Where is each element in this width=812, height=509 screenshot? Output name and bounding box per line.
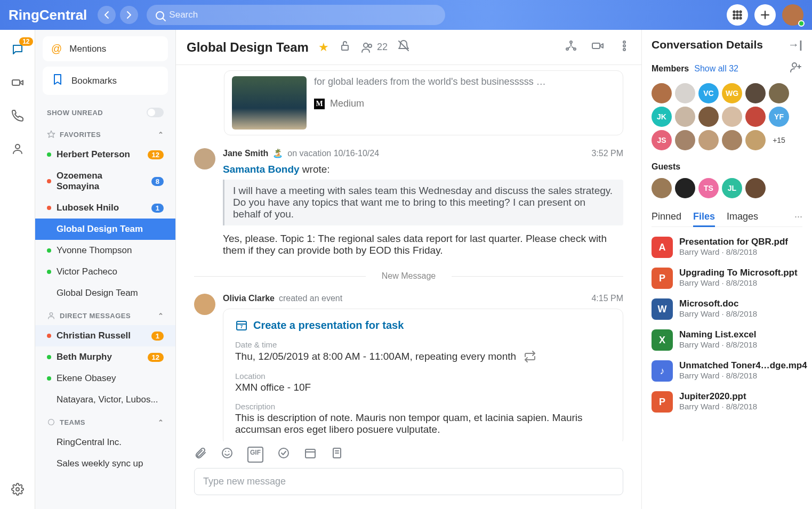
mute-icon[interactable] bbox=[397, 39, 410, 55]
more-menu-icon[interactable] bbox=[618, 39, 631, 55]
conversation-item[interactable]: Lubosek Hnilo1 bbox=[35, 197, 175, 219]
nav-video[interactable] bbox=[9, 74, 27, 92]
tab-files[interactable]: Files bbox=[693, 211, 715, 227]
nav-phone[interactable] bbox=[9, 107, 27, 125]
unread-toggle[interactable] bbox=[147, 108, 164, 117]
nav-back-button[interactable] bbox=[98, 6, 116, 24]
svg-point-3 bbox=[736, 11, 738, 12]
member-avatar[interactable]: TS bbox=[698, 178, 719, 198]
sender-name[interactable]: Jane Smith bbox=[223, 149, 268, 158]
conversation-item[interactable]: Victor Pacheco bbox=[35, 261, 175, 282]
nav-messages[interactable]: 12 bbox=[9, 41, 27, 59]
member-avatar[interactable]: JS bbox=[652, 130, 672, 150]
member-avatar[interactable] bbox=[652, 83, 672, 103]
dialpad-button[interactable] bbox=[727, 4, 748, 26]
svg-text:7: 7 bbox=[240, 324, 243, 329]
conversation-item[interactable]: Natayara, Victor, Lubos... bbox=[35, 389, 175, 410]
member-avatar[interactable] bbox=[745, 83, 766, 103]
nav-settings[interactable] bbox=[9, 480, 27, 498]
member-avatar[interactable]: YF bbox=[769, 107, 789, 127]
show-all-link[interactable]: Show all 32 bbox=[694, 64, 738, 74]
file-item[interactable]: PUpgrading To Microsoft.pptBarry Ward · … bbox=[652, 268, 802, 289]
tabs-more-icon[interactable]: ··· bbox=[794, 211, 802, 223]
member-avatar[interactable] bbox=[745, 130, 766, 150]
tab-pinned[interactable]: Pinned bbox=[652, 211, 681, 223]
direct-header[interactable]: DIRECT MESSAGES⌃ bbox=[35, 304, 175, 325]
file-item[interactable]: APresentation for QBR.pdfBarry Ward · 8/… bbox=[652, 237, 802, 258]
bookmarks-card[interactable]: Bookmarks bbox=[43, 67, 168, 95]
member-avatar[interactable] bbox=[698, 130, 719, 150]
member-avatar[interactable] bbox=[675, 83, 695, 103]
member-avatar[interactable] bbox=[652, 178, 672, 198]
conversation-item[interactable]: Ozoemena Somayina8 bbox=[35, 165, 175, 197]
file-name: Upgrading To Microsoft.ppt bbox=[679, 268, 798, 278]
task-button[interactable] bbox=[277, 447, 290, 463]
unread-badge: 12 bbox=[148, 150, 164, 159]
avatar[interactable] bbox=[194, 148, 215, 169]
integrations-icon[interactable] bbox=[565, 39, 577, 55]
member-avatar[interactable] bbox=[675, 130, 695, 150]
member-avatar[interactable]: JK bbox=[652, 107, 672, 127]
event-card[interactable]: 7Create a presentation for task Date & t… bbox=[223, 309, 623, 441]
conversation-item[interactable]: Sales weekly sync up bbox=[35, 453, 175, 474]
member-avatar[interactable] bbox=[675, 107, 695, 127]
attach-button[interactable] bbox=[194, 447, 207, 463]
sender-name[interactable]: Olivia Clarke bbox=[223, 294, 275, 303]
collapse-icon[interactable]: →| bbox=[788, 38, 802, 51]
unread-badge: 12 bbox=[148, 353, 164, 362]
mentions-card[interactable]: @Mentions bbox=[43, 36, 168, 61]
file-item[interactable]: PJupiter2020.pptBarry Ward · 8/8/2018 bbox=[652, 391, 802, 413]
conversation-name: RingCentral Inc. bbox=[57, 437, 122, 448]
nav-forward-button[interactable] bbox=[120, 6, 138, 24]
chevron-up-icon[interactable]: ⌃ bbox=[158, 131, 164, 139]
avatar[interactable] bbox=[194, 294, 215, 315]
chevron-up-icon[interactable]: ⌃ bbox=[158, 312, 164, 320]
teams-header[interactable]: TEAMS⌃ bbox=[35, 410, 175, 432]
favorites-header[interactable]: FAVORITES⌃ bbox=[35, 123, 175, 144]
file-item[interactable]: XNaming List.excelBarry Ward · 8/8/2018 bbox=[652, 329, 802, 351]
member-avatar[interactable] bbox=[675, 178, 695, 198]
svg-point-21 bbox=[364, 43, 368, 47]
event-button[interactable] bbox=[304, 447, 317, 463]
add-member-icon[interactable] bbox=[790, 61, 802, 77]
file-item[interactable]: ♪Unmatched Toner4…dge.mp4Barry Ward · 8/… bbox=[652, 360, 802, 382]
favorite-star-icon[interactable]: ★ bbox=[318, 41, 329, 54]
file-item[interactable]: WMicrosoft.docBarry Ward · 8/8/2018 bbox=[652, 298, 802, 320]
member-avatar[interactable]: VC bbox=[698, 83, 719, 103]
note-button[interactable] bbox=[331, 447, 343, 463]
member-avatar[interactable] bbox=[722, 130, 742, 150]
gif-button[interactable]: GIF bbox=[247, 447, 263, 463]
member-avatar[interactable] bbox=[745, 178, 766, 198]
chevron-up-icon[interactable]: ⌃ bbox=[158, 418, 164, 426]
more-members[interactable]: +15 bbox=[769, 130, 789, 150]
tab-images[interactable]: Images bbox=[727, 211, 758, 223]
presence-dot bbox=[47, 248, 51, 253]
emoji-button[interactable] bbox=[221, 447, 234, 463]
link-preview-card[interactable]: for global leaders from the world's best… bbox=[224, 70, 623, 135]
member-count[interactable]: 22 bbox=[361, 41, 388, 54]
user-avatar[interactable] bbox=[782, 4, 803, 26]
plus-icon bbox=[759, 9, 771, 21]
svg-point-5 bbox=[733, 14, 735, 15]
compose-input[interactable]: Type new message bbox=[194, 468, 623, 495]
video-call-button[interactable] bbox=[591, 39, 604, 55]
conversation-item[interactable]: Yvonne Thompson bbox=[35, 240, 175, 261]
member-avatar[interactable]: JL bbox=[722, 178, 742, 198]
search-input[interactable] bbox=[147, 5, 445, 25]
conversation-item[interactable]: Global Design Team bbox=[35, 219, 175, 240]
member-avatar[interactable] bbox=[745, 107, 766, 127]
lock-icon[interactable] bbox=[339, 39, 351, 55]
conversation-item[interactable]: Beth Murphy12 bbox=[35, 346, 175, 368]
conversation-item[interactable]: Ekene Obasey bbox=[35, 368, 175, 389]
conversation-item[interactable]: Global Design Team bbox=[35, 282, 175, 304]
add-button[interactable] bbox=[754, 4, 776, 26]
quoted-author[interactable]: Samanta Bondy bbox=[223, 164, 300, 175]
nav-contacts[interactable] bbox=[9, 140, 27, 158]
conversation-item[interactable]: RingCentral Inc. bbox=[35, 432, 175, 453]
member-avatar[interactable] bbox=[698, 107, 719, 127]
conversation-item[interactable]: Herbert Peterson12 bbox=[35, 144, 175, 165]
member-avatar[interactable]: WG bbox=[722, 83, 742, 103]
member-avatar[interactable] bbox=[722, 107, 742, 127]
member-avatar[interactable] bbox=[769, 83, 789, 103]
conversation-item[interactable]: Christian Russell1 bbox=[35, 325, 175, 346]
